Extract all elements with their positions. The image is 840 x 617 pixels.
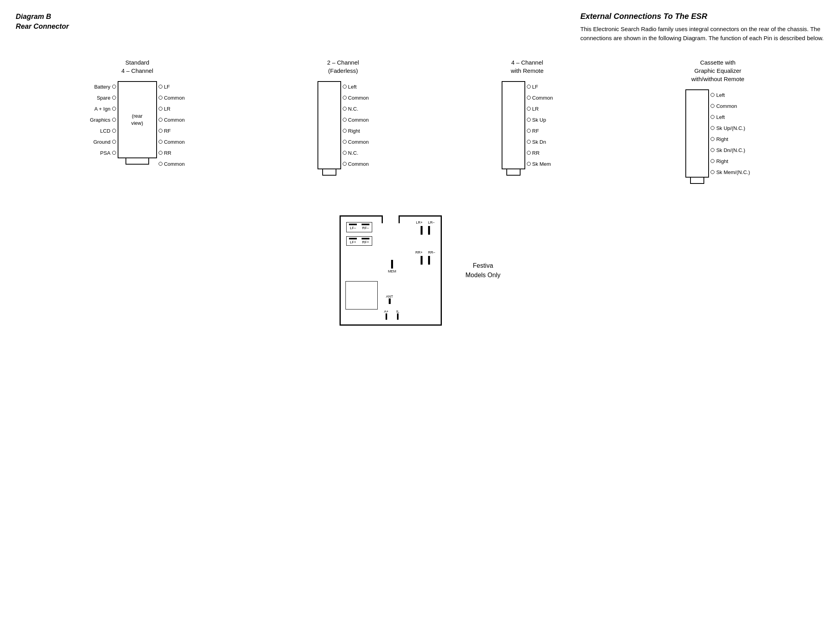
- list-item: LR: [159, 103, 171, 114]
- pin-dot: [343, 140, 347, 144]
- std4ch-box-wrapper: (rearview): [118, 81, 157, 165]
- pin-dot: [343, 151, 347, 155]
- page-header: Diagram B Rear Connector External Connec…: [16, 12, 824, 43]
- lf-plus-label: LF+: [350, 240, 356, 244]
- list-item: Ground: [93, 136, 116, 147]
- pin-dot: [159, 107, 162, 111]
- pin-dot: [159, 118, 162, 122]
- pin-dot: [527, 107, 531, 111]
- list-item: Graphics: [90, 114, 116, 125]
- pin-dot: [112, 107, 116, 111]
- list-item: Battery: [94, 81, 116, 92]
- cassette-box-wrapper: [685, 89, 709, 184]
- festiva-outer-box: LF– RF– LF+: [340, 215, 442, 326]
- list-item: Common: [343, 158, 369, 169]
- connector-std4ch-title: Standard 4 – Channel: [122, 58, 153, 75]
- list-item: LF: [159, 81, 170, 92]
- festiva-area: LF– RF– LF+: [16, 215, 824, 326]
- lr-plus-label: LR+: [416, 220, 423, 224]
- pin-dot: [527, 151, 531, 155]
- pin-dot: [343, 96, 347, 100]
- list-item: Right: [343, 125, 360, 136]
- list-item: Common: [343, 114, 369, 125]
- list-item: Sk Mem: [527, 158, 551, 169]
- connector-cassette-title: Cassette with Graphic Equalizer with/wit…: [691, 58, 744, 83]
- pin-dot: [711, 170, 714, 174]
- cassette-right-labels: Left Common Left Sk Up/(N.C.) Right: [711, 89, 750, 178]
- list-item: Sk Up/(N.C.): [711, 122, 745, 133]
- pin-dot: [159, 162, 162, 166]
- rr-minus-label: RR–: [428, 250, 435, 254]
- festiva-diagram: LF– RF– LF+: [340, 215, 442, 326]
- list-item: LR: [527, 103, 539, 114]
- std4ch-tab: [126, 158, 149, 165]
- cassette-box: [685, 89, 709, 178]
- list-item: Common: [527, 92, 553, 103]
- ch4r-tab: [506, 169, 521, 176]
- connector-ch2-diagram: Left Common N.C. Common Right: [318, 81, 369, 176]
- list-item: Sk Mem/(N.C.): [711, 167, 750, 178]
- list-item: Left: [343, 81, 357, 92]
- ch4r-box-wrapper: [502, 81, 525, 176]
- mem-label: MEM: [388, 269, 396, 273]
- list-item: Sk Up: [527, 114, 546, 125]
- list-item: Common: [159, 92, 185, 103]
- list-item: Sk Dn/(N.C.): [711, 145, 745, 156]
- list-item: N.C.: [343, 103, 358, 114]
- connector-std4ch: Standard 4 – Channel Battery Spare A + I…: [90, 58, 185, 169]
- lr-minus-label: LR–: [428, 220, 435, 224]
- connector-cassette: Cassette with Graphic Equalizer with/wit…: [685, 58, 750, 184]
- ant-label: ANT: [386, 295, 393, 298]
- pin-dot: [527, 96, 531, 100]
- rr-plus-label: RR+: [415, 250, 423, 254]
- connector-ch4r-title: 4 – Channel with Remote: [511, 58, 543, 75]
- std4ch-inner-label: (rearview): [131, 113, 143, 127]
- list-item: Right: [711, 156, 728, 167]
- list-item: RF: [527, 125, 539, 136]
- list-item: LCD: [100, 125, 116, 136]
- pin-dot: [527, 129, 531, 133]
- connector-ch4r-diagram: LF Common LR Sk Up RF: [502, 81, 553, 176]
- list-item: Left: [711, 111, 725, 122]
- list-item: Spare: [97, 92, 116, 103]
- connectors-area: Standard 4 – Channel Battery Spare A + I…: [16, 58, 824, 184]
- pin-dot: [711, 159, 714, 163]
- std4ch-right-labels: LF Common LR Common RF: [159, 81, 185, 169]
- lf-minus-label: LF–: [350, 226, 356, 230]
- il-label: IL: [396, 309, 399, 313]
- rf-minus-label: RF–: [362, 226, 369, 230]
- list-item: Left: [711, 89, 725, 100]
- list-item: N.C.: [343, 147, 358, 158]
- ch4r-right-labels: LF Common LR Sk Up RF: [527, 81, 553, 169]
- diagram-title: Diagram B Rear Connector: [16, 12, 69, 31]
- pin-dot: [112, 96, 116, 100]
- pin-dot: [711, 148, 714, 152]
- a-plus-label: A+: [384, 309, 388, 313]
- pin-dot: [159, 151, 162, 155]
- pin-dot: [711, 137, 714, 141]
- pin-dot: [527, 162, 531, 166]
- list-item: Common: [711, 100, 737, 111]
- pin-dot: [159, 85, 162, 89]
- pin-dot: [112, 129, 116, 133]
- std4ch-left-labels: Battery Spare A + Ign Graphics LCD: [90, 81, 116, 158]
- cassette-tab: [690, 178, 704, 184]
- connector-ch2faderless: 2 – Channel (Faderless) Left Common N: [318, 58, 369, 176]
- pin-dot: [711, 126, 714, 130]
- pin-dot: [711, 93, 714, 97]
- pin-dot: [343, 107, 347, 111]
- festiva-title: Festiva Models Only: [465, 261, 500, 280]
- list-item: Common: [343, 92, 369, 103]
- ext-connections-desc: This Electronic Search Radio family uses…: [580, 25, 824, 43]
- pin-dot: [711, 115, 714, 119]
- ext-connections-section: External Connections To The ESR This Ele…: [580, 12, 824, 43]
- pin-dot: [711, 104, 714, 108]
- ch2-box: [318, 81, 341, 169]
- pin-dot: [159, 129, 162, 133]
- pin-dot: [159, 96, 162, 100]
- list-item: Common: [159, 136, 185, 147]
- pin-dot: [112, 140, 116, 144]
- pin-dot: [527, 85, 531, 89]
- list-item: RR: [159, 147, 172, 158]
- list-item: Common: [343, 136, 369, 147]
